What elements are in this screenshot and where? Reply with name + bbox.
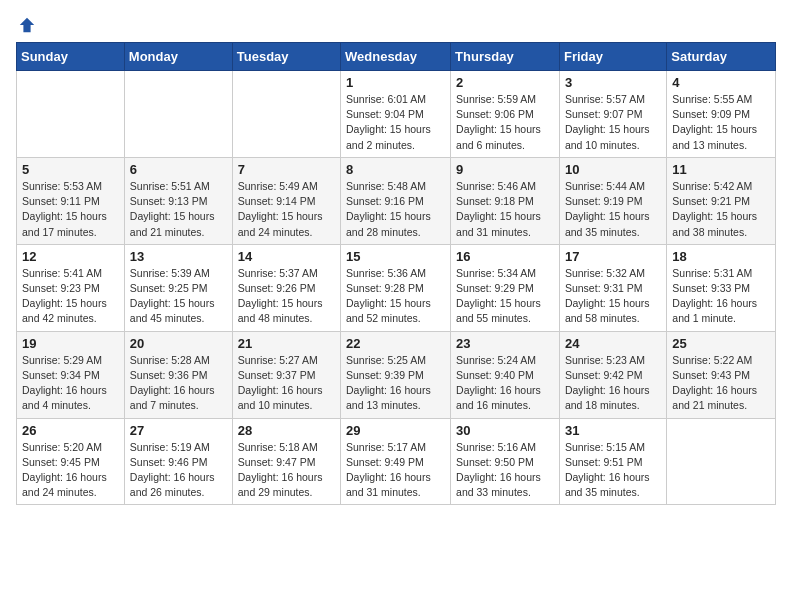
day-number: 17	[565, 249, 661, 264]
day-number: 1	[346, 75, 445, 90]
calendar-cell: 22Sunrise: 5:25 AM Sunset: 9:39 PM Dayli…	[341, 331, 451, 418]
day-info: Sunrise: 6:01 AM Sunset: 9:04 PM Dayligh…	[346, 92, 445, 153]
calendar-cell: 1Sunrise: 6:01 AM Sunset: 9:04 PM Daylig…	[341, 71, 451, 158]
calendar-cell: 7Sunrise: 5:49 AM Sunset: 9:14 PM Daylig…	[232, 157, 340, 244]
calendar-cell: 18Sunrise: 5:31 AM Sunset: 9:33 PM Dayli…	[667, 244, 776, 331]
day-number: 26	[22, 423, 119, 438]
calendar-cell: 31Sunrise: 5:15 AM Sunset: 9:51 PM Dayli…	[559, 418, 666, 505]
day-info: Sunrise: 5:44 AM Sunset: 9:19 PM Dayligh…	[565, 179, 661, 240]
day-info: Sunrise: 5:28 AM Sunset: 9:36 PM Dayligh…	[130, 353, 227, 414]
day-number: 14	[238, 249, 335, 264]
calendar-cell: 19Sunrise: 5:29 AM Sunset: 9:34 PM Dayli…	[17, 331, 125, 418]
calendar-cell: 28Sunrise: 5:18 AM Sunset: 9:47 PM Dayli…	[232, 418, 340, 505]
calendar-cell: 15Sunrise: 5:36 AM Sunset: 9:28 PM Dayli…	[341, 244, 451, 331]
day-info: Sunrise: 5:16 AM Sunset: 9:50 PM Dayligh…	[456, 440, 554, 501]
day-info: Sunrise: 5:59 AM Sunset: 9:06 PM Dayligh…	[456, 92, 554, 153]
calendar-cell: 21Sunrise: 5:27 AM Sunset: 9:37 PM Dayli…	[232, 331, 340, 418]
calendar-cell: 17Sunrise: 5:32 AM Sunset: 9:31 PM Dayli…	[559, 244, 666, 331]
day-number: 29	[346, 423, 445, 438]
calendar-cell: 3Sunrise: 5:57 AM Sunset: 9:07 PM Daylig…	[559, 71, 666, 158]
day-number: 4	[672, 75, 770, 90]
calendar-cell: 6Sunrise: 5:51 AM Sunset: 9:13 PM Daylig…	[124, 157, 232, 244]
day-number: 5	[22, 162, 119, 177]
day-number: 13	[130, 249, 227, 264]
weekday-header: Friday	[559, 43, 666, 71]
page-header	[16, 16, 776, 34]
day-info: Sunrise: 5:25 AM Sunset: 9:39 PM Dayligh…	[346, 353, 445, 414]
weekday-header: Thursday	[451, 43, 560, 71]
day-number: 20	[130, 336, 227, 351]
weekday-header: Tuesday	[232, 43, 340, 71]
day-number: 28	[238, 423, 335, 438]
calendar-cell	[17, 71, 125, 158]
day-info: Sunrise: 5:31 AM Sunset: 9:33 PM Dayligh…	[672, 266, 770, 327]
day-number: 18	[672, 249, 770, 264]
calendar-cell: 23Sunrise: 5:24 AM Sunset: 9:40 PM Dayli…	[451, 331, 560, 418]
day-number: 19	[22, 336, 119, 351]
calendar-cell: 12Sunrise: 5:41 AM Sunset: 9:23 PM Dayli…	[17, 244, 125, 331]
day-number: 12	[22, 249, 119, 264]
logo	[16, 16, 36, 34]
day-number: 6	[130, 162, 227, 177]
day-info: Sunrise: 5:46 AM Sunset: 9:18 PM Dayligh…	[456, 179, 554, 240]
calendar-cell: 14Sunrise: 5:37 AM Sunset: 9:26 PM Dayli…	[232, 244, 340, 331]
calendar-cell: 11Sunrise: 5:42 AM Sunset: 9:21 PM Dayli…	[667, 157, 776, 244]
day-info: Sunrise: 5:20 AM Sunset: 9:45 PM Dayligh…	[22, 440, 119, 501]
day-info: Sunrise: 5:57 AM Sunset: 9:07 PM Dayligh…	[565, 92, 661, 153]
day-info: Sunrise: 5:19 AM Sunset: 9:46 PM Dayligh…	[130, 440, 227, 501]
calendar-cell: 30Sunrise: 5:16 AM Sunset: 9:50 PM Dayli…	[451, 418, 560, 505]
day-number: 21	[238, 336, 335, 351]
day-number: 16	[456, 249, 554, 264]
logo-icon	[18, 16, 36, 34]
calendar-cell: 29Sunrise: 5:17 AM Sunset: 9:49 PM Dayli…	[341, 418, 451, 505]
calendar-cell: 9Sunrise: 5:46 AM Sunset: 9:18 PM Daylig…	[451, 157, 560, 244]
calendar-cell	[667, 418, 776, 505]
calendar-cell: 2Sunrise: 5:59 AM Sunset: 9:06 PM Daylig…	[451, 71, 560, 158]
day-number: 15	[346, 249, 445, 264]
calendar-cell: 24Sunrise: 5:23 AM Sunset: 9:42 PM Dayli…	[559, 331, 666, 418]
day-info: Sunrise: 5:49 AM Sunset: 9:14 PM Dayligh…	[238, 179, 335, 240]
day-number: 8	[346, 162, 445, 177]
calendar-cell	[232, 71, 340, 158]
day-info: Sunrise: 5:51 AM Sunset: 9:13 PM Dayligh…	[130, 179, 227, 240]
calendar-cell: 4Sunrise: 5:55 AM Sunset: 9:09 PM Daylig…	[667, 71, 776, 158]
calendar-cell	[124, 71, 232, 158]
day-info: Sunrise: 5:15 AM Sunset: 9:51 PM Dayligh…	[565, 440, 661, 501]
day-number: 27	[130, 423, 227, 438]
calendar-cell: 5Sunrise: 5:53 AM Sunset: 9:11 PM Daylig…	[17, 157, 125, 244]
day-info: Sunrise: 5:23 AM Sunset: 9:42 PM Dayligh…	[565, 353, 661, 414]
day-info: Sunrise: 5:48 AM Sunset: 9:16 PM Dayligh…	[346, 179, 445, 240]
calendar-cell: 13Sunrise: 5:39 AM Sunset: 9:25 PM Dayli…	[124, 244, 232, 331]
weekday-header: Monday	[124, 43, 232, 71]
day-info: Sunrise: 5:53 AM Sunset: 9:11 PM Dayligh…	[22, 179, 119, 240]
calendar-cell: 25Sunrise: 5:22 AM Sunset: 9:43 PM Dayli…	[667, 331, 776, 418]
day-info: Sunrise: 5:55 AM Sunset: 9:09 PM Dayligh…	[672, 92, 770, 153]
day-info: Sunrise: 5:37 AM Sunset: 9:26 PM Dayligh…	[238, 266, 335, 327]
day-info: Sunrise: 5:34 AM Sunset: 9:29 PM Dayligh…	[456, 266, 554, 327]
calendar-header: SundayMondayTuesdayWednesdayThursdayFrid…	[17, 43, 776, 71]
day-info: Sunrise: 5:27 AM Sunset: 9:37 PM Dayligh…	[238, 353, 335, 414]
weekday-header: Sunday	[17, 43, 125, 71]
day-info: Sunrise: 5:17 AM Sunset: 9:49 PM Dayligh…	[346, 440, 445, 501]
day-number: 23	[456, 336, 554, 351]
calendar-cell: 16Sunrise: 5:34 AM Sunset: 9:29 PM Dayli…	[451, 244, 560, 331]
day-number: 10	[565, 162, 661, 177]
weekday-header: Saturday	[667, 43, 776, 71]
day-number: 11	[672, 162, 770, 177]
day-info: Sunrise: 5:41 AM Sunset: 9:23 PM Dayligh…	[22, 266, 119, 327]
day-info: Sunrise: 5:39 AM Sunset: 9:25 PM Dayligh…	[130, 266, 227, 327]
day-number: 24	[565, 336, 661, 351]
day-info: Sunrise: 5:22 AM Sunset: 9:43 PM Dayligh…	[672, 353, 770, 414]
svg-marker-0	[20, 18, 34, 32]
calendar-cell: 26Sunrise: 5:20 AM Sunset: 9:45 PM Dayli…	[17, 418, 125, 505]
calendar-table: SundayMondayTuesdayWednesdayThursdayFrid…	[16, 42, 776, 505]
day-number: 3	[565, 75, 661, 90]
day-number: 30	[456, 423, 554, 438]
calendar-cell: 27Sunrise: 5:19 AM Sunset: 9:46 PM Dayli…	[124, 418, 232, 505]
day-number: 9	[456, 162, 554, 177]
day-number: 2	[456, 75, 554, 90]
day-number: 31	[565, 423, 661, 438]
day-info: Sunrise: 5:18 AM Sunset: 9:47 PM Dayligh…	[238, 440, 335, 501]
day-number: 22	[346, 336, 445, 351]
calendar-cell: 10Sunrise: 5:44 AM Sunset: 9:19 PM Dayli…	[559, 157, 666, 244]
